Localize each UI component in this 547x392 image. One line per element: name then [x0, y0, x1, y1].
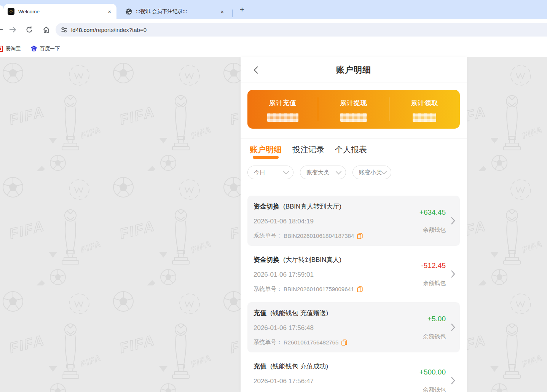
- transaction-info: 充值 (钱能钱包 充值成功) 2026-01-06 17:56:47 系统单号：…: [254, 362, 347, 392]
- taobao-icon: [0, 46, 3, 52]
- order-number: BBIN202601061804187384: [284, 233, 354, 239]
- forward-icon[interactable]: [6, 23, 19, 36]
- tab-title: :::视讯 会员下注纪录:::: [136, 8, 219, 15]
- chevron-right-icon[interactable]: [451, 376, 455, 385]
- wallet-name: 余额钱包: [423, 226, 446, 234]
- bookmark-label: 百度一下: [40, 45, 60, 52]
- report-tab[interactable]: 个人报表: [335, 144, 367, 160]
- tab-betting-records[interactable]: :::视讯 会员下注纪录::: ×: [122, 4, 229, 19]
- transaction-type: 充值: [254, 309, 266, 317]
- page-background: FIFA FIFA: [0, 57, 547, 392]
- close-icon[interactable]: ×: [106, 8, 113, 15]
- transaction-type: 资金切换: [254, 255, 279, 264]
- masked-value: [267, 113, 298, 122]
- summary-total-claimed: 累计领取: [389, 90, 460, 129]
- globe-icon: [126, 8, 132, 15]
- back-icon[interactable]: [0, 23, 6, 36]
- reload-icon[interactable]: [23, 23, 36, 36]
- tab-welcome[interactable]: ♔ Welcome ×: [4, 4, 116, 19]
- svg-text:du: du: [33, 49, 36, 51]
- order-label: 系统单号：: [254, 339, 282, 346]
- cut-off-tab[interactable]: [0, 5, 4, 19]
- filter-label: 账变小类: [359, 169, 382, 176]
- transaction-time: 2026-01-06 17:56:48: [254, 324, 347, 332]
- bookmark-taobao[interactable]: 爱淘宝: [0, 45, 21, 52]
- filter-dropdown[interactable]: 今日: [247, 166, 293, 179]
- wallet-name: 余额钱包: [423, 386, 446, 392]
- back-chevron-icon[interactable]: [250, 65, 261, 75]
- tab-strip: ♔ Welcome × :::视讯 会员下注纪录::: × +: [0, 0, 547, 19]
- wallet-name: 余额钱包: [423, 333, 446, 340]
- transaction-detail: (钱能钱包 充值赠送): [270, 309, 328, 317]
- site-favicon-icon: ♔: [8, 8, 14, 15]
- url-path: /reports/index?tab=0: [94, 27, 147, 33]
- chevron-right-icon[interactable]: [451, 323, 455, 331]
- chevron-right-icon[interactable]: [451, 217, 455, 225]
- filter-dropdown[interactable]: 账变大类: [300, 166, 346, 179]
- transaction-info: 资金切换 (大厅转到BBIN真人) 2026-01-06 17:59:01 系统…: [254, 255, 363, 299]
- amount: +500.00: [419, 368, 446, 376]
- panel-header: 账户明细: [241, 57, 467, 83]
- bookmarks-bar: 爱淘宝 du 百度一下: [0, 40, 547, 57]
- active-tab-underline: [253, 156, 279, 159]
- summary-label: 累计充值: [269, 99, 297, 107]
- bookmark-label: 爱淘宝: [6, 45, 21, 52]
- chevron-right-icon[interactable]: [451, 270, 455, 278]
- copy-icon[interactable]: [357, 286, 363, 292]
- transaction-row[interactable]: 充值 (钱能钱包 充值成功) 2026-01-06 17:56:47 系统单号：…: [247, 355, 460, 392]
- transaction-list: 资金切换 (BBIN真人转到大厅) 2026-01-06 18:04:19 系统…: [241, 187, 467, 392]
- summary-card: 累计充值 累计提现 累计领取: [247, 90, 460, 129]
- transaction-amount-block: -512.45 余额钱包: [421, 249, 455, 299]
- browser-toolbar: ld48.com/reports/index?tab=0: [0, 19, 547, 40]
- transaction-time: 2026-01-06 18:04:19: [254, 218, 363, 225]
- transaction-detail: (BBIN真人转到大厅): [283, 202, 341, 211]
- url-text: ld48.com/reports/index?tab=0: [71, 27, 147, 33]
- filter-label: 今日: [254, 169, 265, 176]
- filter-row: 今日 账变大类 账变小类: [241, 163, 467, 187]
- summary-total-withdraw: 累计提现: [318, 90, 389, 129]
- copy-icon[interactable]: [341, 339, 347, 346]
- account-detail-panel: 账户明细 累计充值 累计提现 累计领取: [241, 57, 467, 392]
- site-info-icon[interactable]: [61, 27, 67, 33]
- summary-label: 累计提现: [340, 99, 367, 107]
- amount: -512.45: [421, 261, 446, 270]
- summary-section: 累计充值 累计提现 累计领取: [241, 83, 467, 139]
- order-number: R2601061756482765: [284, 339, 338, 346]
- transaction-amount-block: +500.00 余额钱包: [419, 355, 455, 392]
- transaction-info: 资金切换 (BBIN真人转到大厅) 2026-01-06 18:04:19 系统…: [254, 202, 363, 246]
- order-label: 系统单号：: [254, 232, 282, 239]
- report-tab[interactable]: 投注记录: [292, 144, 324, 160]
- filter-dropdown[interactable]: 账变小类: [352, 166, 391, 179]
- filter-label: 账变大类: [306, 169, 329, 176]
- transaction-amount-block: +5.00 余额钱包: [423, 302, 455, 352]
- copy-icon[interactable]: [357, 233, 363, 239]
- bookmark-baidu[interactable]: du 百度一下: [30, 45, 60, 52]
- chevron-down-icon: [381, 168, 387, 174]
- masked-value: [340, 113, 367, 122]
- url-bar[interactable]: ld48.com/reports/index?tab=0: [56, 23, 547, 37]
- chevron-down-icon: [336, 168, 342, 174]
- browser-window: ♔ Welcome × :::视讯 会员下注纪录::: × +: [0, 0, 547, 392]
- report-tab[interactable]: 账户明细: [250, 144, 282, 160]
- url-domain: ld48.com: [71, 27, 94, 33]
- summary-label: 累计领取: [411, 99, 438, 107]
- transaction-row[interactable]: 充值 (钱能钱包 充值赠送) 2026-01-06 17:56:48 系统单号：…: [247, 302, 460, 352]
- summary-total-deposit: 累计充值: [247, 90, 318, 129]
- home-icon[interactable]: [40, 23, 53, 36]
- wallet-name: 余额钱包: [423, 280, 446, 287]
- order-label: 系统单号：: [254, 285, 282, 293]
- tab-title: Welcome: [18, 9, 106, 14]
- amount: +634.45: [419, 208, 446, 217]
- new-tab-button[interactable]: +: [237, 4, 247, 15]
- transaction-detail: (钱能钱包 充值成功): [270, 362, 328, 371]
- report-tab-label: 个人报表: [335, 145, 367, 154]
- transaction-detail: (大厅转到BBIN真人): [283, 255, 341, 264]
- report-tab-label: 投注记录: [292, 145, 324, 154]
- report-tabs: 账户明细 投注记录 个人报表: [241, 139, 467, 163]
- page-title: 账户明细: [336, 64, 371, 76]
- close-icon[interactable]: ×: [219, 8, 225, 15]
- transaction-type: 资金切换: [254, 202, 279, 211]
- transaction-row[interactable]: 资金切换 (大厅转到BBIN真人) 2026-01-06 17:59:01 系统…: [247, 249, 460, 299]
- transaction-type: 充值: [254, 362, 266, 371]
- transaction-row[interactable]: 资金切换 (BBIN真人转到大厅) 2026-01-06 18:04:19 系统…: [247, 196, 460, 246]
